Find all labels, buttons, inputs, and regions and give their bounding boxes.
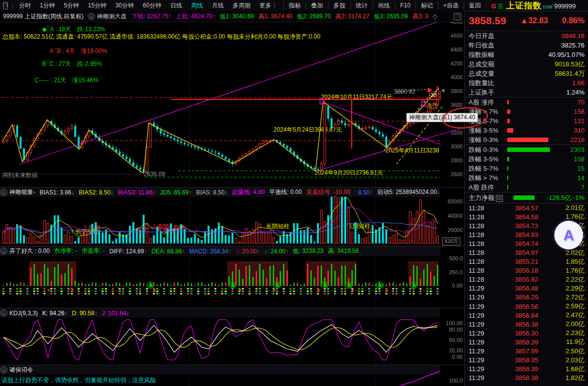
toolbar-button-指标[interactable]: 指标 <box>283 1 306 10</box>
breadth-value: 131 <box>561 117 585 125</box>
value-item: 低2: 2689.70 <box>297 13 331 20</box>
toolbar-button-+自选[interactable]: +自选 <box>438 1 464 10</box>
svg-text:赢: 赢 <box>275 283 280 288</box>
tick-time: 11:29 <box>469 285 494 292</box>
toolbar-button-F10[interactable]: F10 <box>395 2 416 9</box>
tick-row: 11:293856.302.23亿 <box>465 329 588 338</box>
chart-canvas[interactable]: ××××××××赢赢赢赢赢赢赢 <box>0 0 464 386</box>
tick-price: 3858.39 <box>494 338 559 346</box>
quote-row-上证换手: 上证换手1.24% <box>465 88 588 97</box>
breadth-row: A股 跌停7 <box>465 183 588 192</box>
ai-assistant-button[interactable]: A <box>554 221 583 249</box>
panel-window-icon[interactable]: ❐ <box>454 13 461 20</box>
breadth-bar <box>507 185 508 190</box>
quote-row-label: 指数振幅 <box>469 50 494 59</box>
quote-row-label: 总成交量 <box>469 69 494 78</box>
separator: | <box>12 2 13 9</box>
tick-amount: 1.85亿 <box>559 257 585 266</box>
quote-row-总成交额: 总成交额9018.53亿 <box>465 59 588 69</box>
tick-time: 11:28 <box>469 267 494 274</box>
tab-period-15分钟[interactable]: 15分钟 <box>84 2 111 9</box>
tick-price: 3855.21 <box>494 258 559 265</box>
tab-period-分时[interactable]: 分时 <box>14 2 35 9</box>
tick-price: 3858.38 <box>494 374 559 382</box>
breadth-bar-track <box>507 128 561 133</box>
svg-text:×: × <box>238 287 241 293</box>
tick-row: 11:283856.181.76亿 <box>465 266 588 275</box>
toolbar-button-返回[interactable]: 返回 <box>464 1 486 10</box>
breadth-bar-track <box>507 138 561 142</box>
breadth-bar-track <box>507 157 561 161</box>
tick-time: 11:29 <box>469 365 494 373</box>
window-icon[interactable]: ❐ <box>3 2 8 9</box>
quote-row-value: 1.66 <box>572 79 585 87</box>
trading-terminal: ××××××××赢赢赢赢赢赢赢 ◆¯A : 18天 跌-13.23%A¯B : … <box>0 0 588 386</box>
breadth-value: 156 <box>561 108 585 115</box>
value-item: ◇ <box>432 13 437 20</box>
tick-time: 11:29 <box>469 330 494 337</box>
tick-row: 11:283854.581.76亿 <box>465 212 588 221</box>
value-item: 低1: 3040.69 <box>220 13 254 20</box>
main-capital-values: -126.5亿 -1% <box>546 193 585 202</box>
tick-time: 11:28 <box>469 249 494 256</box>
toolbar-button-叠加[interactable]: 叠加 <box>306 1 328 10</box>
toolbar-button-标记[interactable]: 标记 <box>416 1 438 10</box>
quote-row-value: 3848.16 <box>561 32 585 40</box>
tick-amount: 2.23亿 <box>559 329 585 338</box>
toolbar-button-统计[interactable]: 统计 <box>350 1 373 10</box>
tick-row: 11:293857.992.50亿 <box>465 347 588 356</box>
toolbar-button-画线[interactable]: 画线 <box>373 1 395 10</box>
tick-time: 11:28 <box>469 213 494 221</box>
breadth-row: 涨幅 5-7%131 <box>465 116 588 126</box>
tick-amount: 2.50亿 <box>559 347 585 356</box>
toolbar-button-多股[interactable]: 多股 <box>328 1 350 10</box>
tab-period-1分钟[interactable]: 1分钟 <box>35 2 59 9</box>
quote-row-指数量比: 指数量比1.66 <box>465 78 588 88</box>
price-change-pct: 0.86% <box>562 16 585 25</box>
tick-price: 3854.93 <box>494 231 559 239</box>
breadth-bar <box>507 166 508 171</box>
market-breadth-rows: A股 涨停70涨幅 > 7%156涨幅 5-7%131涨幅 3-5%310涨幅 … <box>465 97 588 192</box>
tick-row: 11:283854.572.01亿 <box>465 203 588 212</box>
breadth-bar-track <box>507 166 561 171</box>
tick-price: 3854.97 <box>494 249 559 256</box>
breadth-value: 14 <box>561 174 585 182</box>
period-menu: 分时1分钟5分钟15分钟30分钟60分钟日线周线月线多周期更多 〉 <box>14 1 283 10</box>
tab-period-多周期[interactable]: 多周期 <box>228 2 255 9</box>
tab-period-60分钟[interactable]: 60分钟 <box>138 2 165 9</box>
tab-period-更多 〉[interactable]: 更多 〉 <box>255 2 283 9</box>
svg-text:×: × <box>317 287 320 293</box>
breadth-value: 2218 <box>561 136 585 144</box>
quote-row-指数振幅: 指数振幅40.95/1.07% <box>465 50 588 59</box>
collapse-icon[interactable]: ⌄ <box>88 13 95 20</box>
hamburger-icon[interactable]: ☰ <box>498 3 503 10</box>
tick-price: 3854.74 <box>494 240 559 247</box>
tick-time: 11:29 <box>469 374 494 382</box>
tick-row: 11:283855.922.22亿 <box>465 275 588 284</box>
tick-amount: 11.9亿 <box>559 338 585 346</box>
tick-price: 3858.35 <box>494 356 559 364</box>
quote-row-value: 9018.53亿 <box>555 60 585 69</box>
tab-period-周线[interactable]: 周线 <box>187 2 208 9</box>
value-item: 高1: 3674.40 <box>259 13 293 20</box>
tab-period-月线[interactable]: 月线 <box>208 2 228 9</box>
quote-row-label: 昨日收盘 <box>469 41 494 50</box>
breadth-bar <box>507 176 508 180</box>
value-item: 上轨: 4824.70↑ <box>176 13 215 20</box>
svg-text:赢: 赢 <box>323 283 328 288</box>
index-title[interactable]: 上证指数 <box>506 0 542 11</box>
top-menu-bar: ❐ | 分时1分钟5分钟15分钟30分钟60分钟日线周线月线多周期更多 〉 指标… <box>0 0 588 11</box>
last-price: 3858.59 <box>469 15 506 27</box>
tick-row: 11:293858.381.82亿 <box>465 374 588 383</box>
tab-period-5分钟[interactable]: 5分钟 <box>59 2 84 9</box>
tick-amount: 2.02亿 <box>559 248 585 257</box>
breadth-label: 跌幅 5-7% <box>469 164 507 173</box>
value-item: 下轨: 3282.75↑ <box>132 13 171 20</box>
tick-amount: 2.00亿 <box>559 320 585 329</box>
tick-price: 3858.39 <box>494 365 559 373</box>
tab-period-30分钟[interactable]: 30分钟 <box>111 2 138 9</box>
detail-list-icon[interactable] <box>496 195 503 202</box>
main-capital-bar <box>514 195 535 200</box>
tick-row: 11:293858.3911.9亿 <box>465 338 588 346</box>
tab-period-日线[interactable]: 日线 <box>166 2 187 9</box>
